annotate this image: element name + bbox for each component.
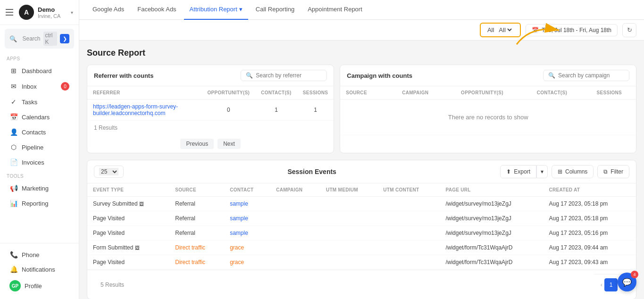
export-button[interactable]: ⬆ Export: [500, 165, 536, 178]
contact-cell[interactable]: grace: [224, 255, 270, 270]
campaign-search-input[interactable]: [558, 72, 624, 79]
sidebar-item-contacts[interactable]: 👤 Contacts: [3, 125, 76, 139]
col-utm-medium: UTM MEDIUM: [320, 183, 377, 197]
per-page-select[interactable]: 25 50 100: [99, 168, 118, 175]
contact-cell[interactable]: sample: [224, 211, 270, 226]
page-title: Source Report: [87, 48, 636, 58]
contact-cell[interactable]: sample: [224, 226, 270, 241]
session-title: Session Events: [287, 168, 336, 175]
refresh-button[interactable]: ↻: [622, 23, 636, 37]
nav-appointment-report[interactable]: Appointment Report: [302, 0, 368, 20]
created-at-cell: Aug 17 2023, 05:18 pm: [544, 197, 636, 211]
contacts-icon: 👤: [9, 128, 18, 136]
nav-facebook-ads[interactable]: Facebook Ads: [132, 0, 182, 20]
sidebar-item-tasks[interactable]: ✓ Tasks: [3, 95, 76, 109]
avatar: A: [19, 5, 34, 20]
notifications-icon: 🔔: [9, 266, 18, 273]
sidebar-item-label: Contacts: [22, 129, 46, 136]
search-shortcut: ctrl K: [43, 32, 57, 46]
event-type-cell: Survey Submitted 🖼: [87, 197, 169, 211]
page-url-cell: /widget/form/Tc31WqaAjrD: [440, 241, 543, 255]
all-dropdown-select[interactable]: All: [497, 26, 513, 34]
next-button[interactable]: Next: [217, 139, 241, 149]
session-footer: 5 Results ‹ 1 +: [87, 270, 636, 299]
search-label: Search: [22, 35, 40, 42]
referrer-search[interactable]: 🔍: [241, 70, 327, 81]
sidebar-item-invoices[interactable]: 📄 Invoices: [3, 155, 76, 169]
export-label: Export: [514, 168, 530, 175]
columns-button[interactable]: ⊞ Columns: [552, 165, 594, 178]
source-cell[interactable]: Direct traffic: [169, 241, 224, 255]
sidebar-item-label: Inbox: [22, 83, 37, 90]
referrer-search-input[interactable]: [256, 72, 322, 79]
search-bar[interactable]: 🔍 Search ctrl K ❯: [5, 29, 74, 49]
sidebar-item-phone[interactable]: 📞 Phone: [3, 248, 76, 262]
page-1-button[interactable]: 1: [604, 278, 618, 291]
campaign-search[interactable]: 🔍: [543, 70, 629, 81]
prev-button[interactable]: Previous: [180, 139, 214, 149]
campaign-table: SOURCE CAMPAIGN OPPORTUNITY(S) CONTACT(S…: [340, 86, 636, 135]
filter-button[interactable]: ⧉ Filter: [597, 165, 629, 178]
source-cell: Referral: [169, 211, 224, 226]
session-header-left: 25 50 100: [94, 166, 124, 178]
calendars-icon: 📅: [9, 113, 18, 121]
nav-label: Facebook Ads: [137, 6, 176, 13]
chat-icon: 💬: [622, 278, 632, 287]
sidebar-item-reporting[interactable]: 📊 Reporting: [3, 196, 76, 210]
referrer-link[interactable]: https://leadgen-apps-form-survey-builder…: [93, 103, 178, 116]
referrer-col-opportunities: OPPORTUNITY(S): [201, 86, 255, 100]
user-location: Irvine, CA: [38, 13, 67, 19]
export-dropdown-button[interactable]: ▾: [536, 165, 548, 178]
session-header: 25 50 100 Session Events ⬆ Export ▾: [87, 160, 636, 183]
user-menu-chevron[interactable]: ▾: [71, 10, 73, 15]
contact-cell[interactable]: grace: [224, 241, 270, 255]
session-table: EVENT TYPE SOURCE CONTACT CAMPAIGN UTM M…: [87, 183, 636, 270]
search-action-icon[interactable]: ❯: [60, 34, 69, 43]
date-range-button[interactable]: 📅 Tue, Jul 18th - Fri, Aug 18th: [526, 24, 618, 36]
table-row: Page Visited Referral sample /widget/sur…: [87, 211, 636, 226]
utm-content-cell: [377, 255, 440, 270]
created-at-cell: Aug 17 2023, 09:43 am: [544, 255, 636, 270]
contact-cell[interactable]: sample: [224, 197, 270, 211]
sidebar-item-label: Profile: [25, 282, 42, 290]
nav-label: Google Ads: [92, 6, 124, 13]
table-row: https://leadgen-apps-form-survey-builder…: [87, 100, 334, 121]
sidebar-item-calendars[interactable]: 📅 Calendars: [3, 110, 76, 124]
nav-google-ads[interactable]: Google Ads: [87, 0, 130, 20]
campaign-title: Campaign with counts: [347, 72, 412, 79]
sidebar-item-label: Marketing: [22, 185, 49, 192]
contacts-cell: 1: [255, 100, 297, 121]
campaign-card: Campaign with counts 🔍 SOURCE CAMPAIGN O…: [340, 65, 636, 153]
chat-bubble[interactable]: 💬 4: [618, 273, 636, 291]
campaign-col-source: SOURCE: [340, 86, 387, 100]
campaign-col-contacts: CONTACT(S): [521, 86, 582, 100]
prev-page-arrow[interactable]: ‹: [601, 282, 602, 288]
source-cell[interactable]: Direct traffic: [169, 255, 224, 270]
sidebar-item-profile[interactable]: GP Profile: [3, 277, 76, 295]
sidebar-item-inbox[interactable]: ✉ Inbox 0: [3, 79, 76, 94]
all-filter-dropdown[interactable]: All All: [480, 23, 521, 37]
sidebar-item-dashboard[interactable]: ⊞ Dashboard: [3, 64, 76, 78]
nav-attribution-report[interactable]: Attribution Report ▾: [184, 0, 248, 20]
sessions-cell: 1: [297, 100, 334, 121]
chat-badge: 4: [631, 271, 638, 278]
hamburger-menu[interactable]: [6, 9, 13, 16]
tools-label: Tools: [0, 170, 79, 181]
campaign-cell: [270, 197, 320, 211]
sidebar-item-marketing[interactable]: 📢 Marketing: [3, 181, 76, 195]
pipeline-icon: ⬡: [9, 143, 18, 151]
campaign-col-campaign: CAMPAIGN: [388, 86, 443, 100]
utm-content-cell: [377, 197, 440, 211]
referrer-pagination: Previous Next: [87, 135, 334, 153]
source-cell: Referral: [169, 226, 224, 241]
per-page-select-wrap[interactable]: 25 50 100: [94, 166, 124, 178]
sidebar-item-notifications[interactable]: 🔔 Notifications: [3, 262, 76, 276]
page-url-cell: /widget/survey/mo13jeZgJ: [440, 197, 543, 211]
sidebar-item-label: Dashboard: [22, 67, 52, 75]
referrer-table: REFERRER OPPORTUNITY(S) CONTACT(S) SESSI…: [87, 86, 334, 121]
nav-label: Attribution Report: [190, 6, 237, 13]
nav-call-reporting[interactable]: Call Reporting: [250, 0, 300, 20]
sidebar: A Demo Irvine, CA ▾ 🔍 Search ctrl K ❯ Ap…: [0, 0, 79, 299]
sidebar-item-pipeline[interactable]: ⬡ Pipeline: [3, 140, 76, 154]
campaign-card-header: Campaign with counts 🔍: [340, 65, 636, 86]
